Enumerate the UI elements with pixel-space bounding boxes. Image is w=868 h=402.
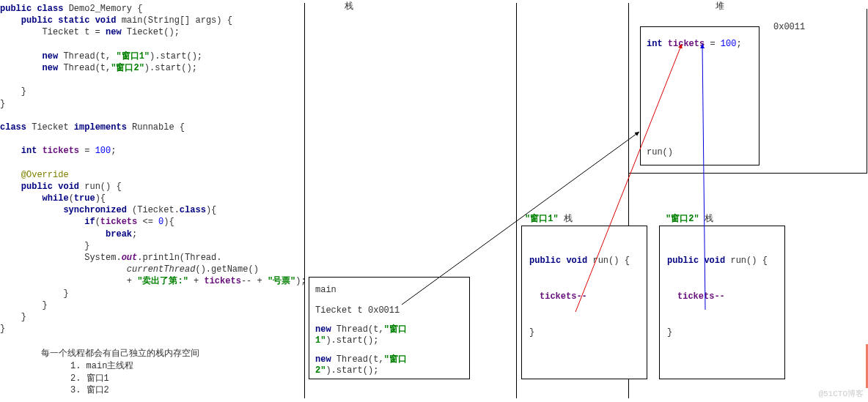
watermark: @51CTO博客 (818, 388, 864, 399)
window2-stack-label: "窗口2" 栈 (666, 212, 713, 225)
tickets-dec: tickets-- (540, 291, 639, 302)
source-code: public class Demo2_Memory { public stati… (0, 3, 304, 335)
stack-frame-window1: public void run() { tickets-- } (521, 226, 647, 379)
stack-frame-window2: public void run() { tickets-- } (659, 226, 785, 379)
note-line: 1. main主线程 (70, 360, 199, 373)
stack-right-line (516, 3, 517, 398)
heap-object: int tickets = 100; run() (640, 26, 760, 165)
heap-field-tickets: int tickets = 100; (647, 39, 753, 49)
note-line: 2. 窗口1 (70, 373, 199, 385)
stack-header: 栈 (345, 0, 353, 12)
close-brace: } (529, 327, 639, 338)
note-line: 3. 窗口2 (70, 384, 199, 397)
code-notes: 每一个线程都会有自己独立的栈内存空间 1. main主线程 2. 窗口1 3. … (41, 348, 199, 397)
thread-1-start: new Thread(t,"窗口1").start(); (315, 323, 463, 346)
stack-left-line (304, 3, 305, 398)
heap-address: 0x0011 (773, 22, 805, 32)
heap-run-method: run() (647, 147, 673, 157)
thread-2-start: new Thread(t,"窗口2").start(); (315, 353, 463, 376)
heap-header: 堆 (716, 0, 724, 12)
run-sig: public void run() { (529, 256, 639, 266)
stack-frame-main: main Tiecket t 0x0011 new Thread(t,"窗口1"… (309, 277, 470, 379)
heap-right-line (867, 9, 867, 174)
window1-stack-label: "窗口1" 栈 (525, 212, 573, 225)
run-sig: public void run() { (667, 256, 777, 266)
main-label: main (315, 285, 463, 295)
tickets-dec: tickets-- (677, 291, 777, 302)
note-line: 每一个线程都会有自己独立的栈内存空间 (41, 348, 199, 360)
heap-bottom-line (628, 173, 867, 174)
close-brace: } (667, 327, 777, 338)
ref-line: Tiecket t 0x0011 (315, 305, 463, 316)
